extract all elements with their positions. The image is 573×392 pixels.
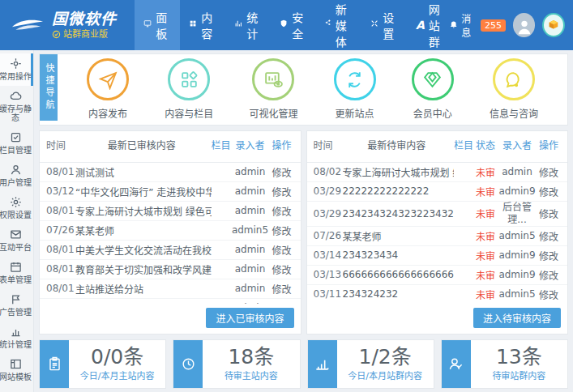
row-time: 08/02	[314, 166, 343, 177]
row-title-link[interactable]: 22222222222222	[343, 185, 455, 197]
sidebar-item-user-management[interactable]: 用户管理	[0, 160, 33, 192]
pending-content-table: 时间 最新待审内容 栏目 状态 录入者 操作 08/02 专家上海研讨大城市规划…	[306, 130, 569, 334]
row-time: 03/29	[314, 185, 343, 197]
stat-label: 今日/本月主站内容	[80, 369, 155, 381]
messages-label: 消息	[461, 11, 477, 39]
row-edit-link[interactable]: 修改	[270, 262, 294, 276]
nav-label: 新媒体	[336, 1, 353, 49]
status-badge: 未审	[473, 185, 498, 198]
top-header: 国微软件 站群商业版 面板 内容 统计 安全 新	[0, 0, 573, 50]
sidebar-item-statistics-management[interactable]: 统计管理	[0, 322, 33, 354]
quick-nav-member-center[interactable]: 会员中心	[412, 58, 454, 120]
row-title-link[interactable]: 专家上海研讨大城市规划 绿色可持续城市仍为热点	[75, 204, 212, 218]
nav-item-settings[interactable]: 设置	[361, 0, 407, 50]
row-title-link[interactable]: 测试测试	[75, 165, 212, 179]
row-user: admin	[231, 283, 270, 295]
avatar[interactable]	[513, 13, 535, 37]
nav-item-new-media[interactable]: 新媒体	[316, 0, 361, 50]
quick-nav-visual-management[interactable]: 可视化管理	[249, 58, 297, 120]
quick-nav-label: 更新站点	[336, 106, 374, 120]
sidebar-item-tag-management[interactable]: 标签管理	[0, 386, 33, 392]
row-title-link[interactable]: 专家上海研讨大城市规划 绿色可持续城市仍为热点...	[343, 165, 455, 179]
row-title-link[interactable]: 234324232	[343, 288, 455, 300]
enter-pending-button[interactable]: 进入待审核内容	[473, 308, 561, 328]
share-icon	[325, 19, 331, 32]
row-edit-link[interactable]: 修改	[537, 249, 561, 262]
sidebar-label: 权限设置	[0, 211, 32, 219]
row-title-link[interactable]: 234234324323223432	[343, 208, 455, 219]
sidebar-item-common-operations[interactable]: 常用操作	[0, 53, 33, 86]
row-title-link[interactable]: 某某老师	[343, 229, 455, 243]
row-edit-link[interactable]: 修改	[270, 204, 294, 218]
sidebar-item-ad-management[interactable]: 广告管理	[0, 289, 33, 322]
grid-shapes-icon	[168, 58, 210, 100]
table-row: 03/13 666666666666666666 未审 admin9 修改	[307, 266, 568, 285]
row-title-link[interactable]: 主站推送给分站	[75, 282, 212, 296]
sidebar-label: 缓存与静态	[0, 104, 32, 122]
pending-table-footer: 进入待审核内容	[307, 304, 568, 334]
row-title-link[interactable]: “中华文化四海行” 走进我校中华文化四海行” 走进我校(图文)...	[75, 185, 212, 198]
column-header-column: 栏目	[454, 140, 473, 152]
template-icon	[10, 358, 22, 370]
sidebar-label: 互动平台	[0, 243, 32, 252]
row-edit-link[interactable]: 修改	[270, 185, 294, 198]
row-edit-link[interactable]: 修改	[537, 268, 561, 282]
row-edit-link[interactable]: 修改	[537, 165, 561, 179]
clock-icon	[173, 340, 203, 389]
quick-nav-info-consult[interactable]: 信息与咨询	[490, 58, 538, 120]
sidebar-item-interactive-platform[interactable]: 互动平台	[0, 224, 33, 257]
quick-nav-label: 信息与咨询	[490, 106, 538, 120]
package-button[interactable]	[542, 13, 565, 37]
messages-button[interactable]: 消息 255	[449, 11, 506, 39]
nav-item-content[interactable]: 内容	[180, 0, 225, 50]
row-title-link[interactable]: 中美大学生文化交流活动在我校举行	[75, 243, 212, 257]
row-edit-link[interactable]: 修改	[270, 224, 294, 237]
row-edit-link[interactable]: 修改	[537, 288, 561, 301]
quick-nav-label: 可视化管理	[249, 106, 297, 120]
table-row: 03/12 “中华文化四海行” 走进我校中华文化四海行” 走进我校(图文)...…	[40, 182, 301, 202]
app-logo[interactable]: 国微软件 站群商业版	[0, 0, 125, 50]
row-title-link[interactable]: 某某老师	[75, 224, 212, 237]
sidebar-item-form-management[interactable]: 表单管理	[0, 257, 33, 289]
sidebar-item-cache-static[interactable]: 缓存与静态	[0, 86, 33, 127]
row-edit-link[interactable]: 修改	[270, 165, 294, 179]
column-header-title: 最新已审核内容	[75, 140, 212, 152]
row-title-link[interactable]: 教育部关于切实加强和改学风建设的实施意见	[75, 262, 212, 276]
row-edit-link[interactable]: 修改	[270, 282, 294, 296]
quick-nav-tab[interactable]: 快捷导航	[40, 54, 58, 121]
stat-value: 0/0条	[91, 347, 143, 367]
row-edit-link[interactable]: 修改	[537, 185, 561, 198]
status-badge: 未审	[473, 268, 498, 282]
stat-card-main-site-content[interactable]: 0/0条 今日/本月主站内容	[39, 339, 166, 390]
diamond-icon	[412, 58, 454, 100]
row-title-link[interactable]: 666666666666666666	[343, 269, 455, 280]
app-title: 国微软件	[52, 11, 117, 28]
nav-item-statistics[interactable]: 统计	[225, 0, 271, 50]
stat-card-pending-group[interactable]: 13条 待审站群内容	[441, 339, 568, 390]
row-title-link[interactable]: 234323434	[343, 249, 455, 261]
quick-nav-update-site[interactable]: 更新站点	[334, 58, 376, 120]
enter-approved-button[interactable]: 进入已审核内容	[206, 308, 293, 328]
status-badge: 未审	[473, 249, 498, 262]
sidebar-item-column-management[interactable]: 栏目管理	[0, 127, 33, 160]
column-header-user: 录入者	[498, 140, 537, 152]
quick-nav-content-publish[interactable]: 内容发布	[87, 58, 129, 120]
row-user: admin9	[498, 269, 537, 281]
stat-card-pending-main-site[interactable]: 18条 待审主站内容	[173, 339, 300, 390]
nav-item-site-group[interactable]: A 网站群	[407, 0, 449, 50]
stat-card-group-content[interactable]: 1/2条 今日/本月站群内容	[307, 339, 434, 390]
column-header-action: 操作	[537, 140, 561, 152]
quick-nav-label: 内容与栏目	[165, 106, 213, 120]
sidebar-item-permission-settings[interactable]: 权限设置	[0, 192, 33, 224]
nav-item-security[interactable]: 安全	[271, 0, 316, 50]
sidebar-item-site-template[interactable]: 网站模板	[0, 354, 33, 386]
quick-nav-content-columns[interactable]: 内容与栏目	[165, 58, 213, 120]
row-user: admin9	[498, 249, 537, 262]
stat-value: 13条	[496, 347, 542, 367]
row-edit-link[interactable]: 修改	[270, 243, 294, 257]
approved-table-body: 08/01 测试测试 admin 修改 03/12 “中华文化四海行” 走进我校…	[40, 163, 301, 304]
nav-item-panel[interactable]: 面板	[135, 0, 180, 50]
row-edit-link[interactable]: 修改	[537, 229, 561, 243]
table-row: 03/29 234234324323223432 未审 后台管理... 修改	[307, 202, 568, 227]
row-edit-link[interactable]: 修改	[537, 207, 561, 220]
